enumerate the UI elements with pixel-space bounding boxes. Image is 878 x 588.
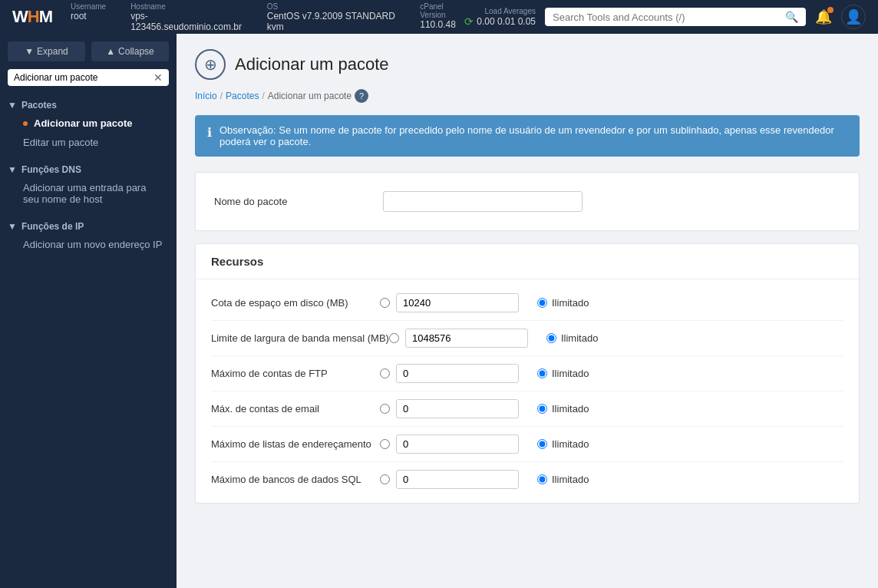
package-name-card: Nome do pacote (195, 172, 860, 231)
resource-sql-radio-value (380, 474, 390, 484)
resource-disk-radio-unlimited[interactable] (537, 298, 547, 308)
username-label: Username (71, 2, 106, 11)
resource-ftp-unlimited-label[interactable]: Ilimitado (552, 368, 589, 379)
sidebar-item-adicionar-pacote[interactable]: Adicionar um pacote (8, 114, 169, 133)
resource-row-sql: Máximo de bancos de dados SQL Ilimitado (211, 462, 843, 497)
whm-logo: WHM (12, 7, 52, 27)
breadcrumb-section[interactable]: Pacotes (226, 91, 259, 101)
resource-disk-unlimited-group: Ilimitado (537, 297, 589, 309)
resource-email-label: Máx. de contas de email (211, 403, 380, 415)
resource-bandwidth-radio-unlimited[interactable] (546, 333, 556, 343)
resource-ftp-controls: Ilimitado (380, 364, 843, 383)
resource-sql-controls: Ilimitado (380, 470, 843, 489)
chevron-down-icon-dns: ▼ (8, 164, 17, 175)
sidebar-item-add-ip[interactable]: Adicionar um novo endereço IP (8, 235, 169, 254)
package-name-row: Nome do pacote (214, 191, 840, 212)
resource-ftp-radio-unlimited[interactable] (537, 368, 547, 378)
sidebar-item-editar-pacote[interactable]: Editar um pacote (8, 133, 169, 152)
resource-sql-radio-unlimited[interactable] (537, 474, 547, 484)
breadcrumb: Início / Pacotes / Adicionar um pacote ? (195, 89, 860, 103)
resource-sql-input[interactable] (396, 470, 519, 489)
top-bar: WHM Username root Hostname vps-123456.se… (0, 0, 878, 34)
package-name-label: Nome do pacote (214, 196, 383, 207)
load-averages: Load Averages ⟳ 0.00 0.01 0.05 (464, 7, 536, 28)
resource-ftp-radio-value-input[interactable] (380, 368, 390, 378)
info-banner-text: Observação: Se um nome de pacote for pre… (220, 124, 847, 147)
resource-bandwidth-label: Limite de largura de banda mensal (MB) (211, 332, 389, 344)
package-name-input[interactable] (383, 191, 583, 212)
sidebar-search-clear-button[interactable]: ✕ (153, 72, 163, 83)
resource-email-unlimited-group: Ilimitado (537, 403, 589, 415)
resource-row-bandwidth: Limite de largura de banda mensal (MB) I… (211, 321, 843, 356)
hostname-info: Hostname vps-123456.seudominio.com.br (130, 2, 243, 32)
resource-bandwidth-radio-value-input[interactable] (389, 333, 399, 343)
cpanel-label: cPanel Version (420, 2, 464, 19)
search-bar[interactable]: 🔍 (545, 8, 806, 26)
sidebar-section-dns: ▼ Funções DNS Adicionar uma entrada para… (0, 157, 177, 213)
resource-row-ftp: Máximo de contas de FTP Ilimitado (211, 356, 843, 391)
sidebar-item-dns-host[interactable]: Adicionar uma entrada para seu nome de h… (8, 178, 169, 209)
resource-sql-radio-value-input[interactable] (380, 474, 390, 484)
search-input[interactable] (553, 12, 781, 23)
breadcrumb-sep-1: / (220, 91, 223, 101)
resource-mailing-radio-unlimited[interactable] (537, 439, 547, 449)
topbar-right: Load Averages ⟳ 0.00 0.01 0.05 🔍 🔔 👤 (464, 5, 866, 29)
resource-disk-input[interactable] (396, 293, 519, 312)
resource-mailing-label: Máximo de listas de endereçamento (211, 438, 380, 450)
resources-card: Recursos Cota de espaço em disco (MB) Il… (195, 243, 860, 504)
resource-mailing-unlimited-label[interactable]: Ilimitado (552, 438, 589, 450)
resources-body: Cota de espaço em disco (MB) Ilimitado (196, 279, 859, 503)
resource-disk-radio-value-input[interactable] (380, 298, 390, 308)
user-menu-button[interactable]: 👤 (841, 5, 866, 29)
sidebar-item-adicionar-pacote-label: Adicionar um pacote (34, 117, 133, 129)
resource-email-input[interactable] (396, 399, 519, 418)
sidebar-search[interactable]: ✕ (8, 69, 169, 86)
resource-disk-label: Cota de espaço em disco (MB) (211, 297, 380, 309)
resource-email-radio-value (380, 404, 390, 414)
os-label: OS (267, 2, 395, 11)
collapse-button[interactable]: ▲ Collapse (91, 41, 169, 61)
sidebar-item-add-ip-label: Adicionar um novo endereço IP (23, 239, 162, 250)
resource-bandwidth-unlimited-group: Ilimitado (546, 332, 598, 344)
sidebar-item-editar-pacote-label: Editar um pacote (23, 137, 98, 148)
sidebar-search-input[interactable] (14, 72, 149, 83)
resource-mailing-unlimited-group: Ilimitado (537, 438, 589, 450)
page-header: ⊕ Adicionar um pacote (195, 49, 860, 80)
server-info: Username root Hostname vps-123456.seudom… (71, 2, 464, 32)
sidebar-item-dns-host-label: Adicionar uma entrada para seu nome de h… (23, 182, 163, 205)
resource-mailing-radio-value-input[interactable] (380, 439, 390, 449)
username-info: Username root (71, 2, 106, 32)
resource-bandwidth-radio-value (389, 333, 399, 343)
resource-bandwidth-unlimited-label[interactable]: Ilimitado (561, 332, 598, 344)
resource-sql-unlimited-label[interactable]: Ilimitado (552, 474, 589, 485)
help-icon[interactable]: ? (355, 89, 368, 103)
resource-disk-unlimited-label[interactable]: Ilimitado (552, 297, 589, 309)
breadcrumb-sep-2: / (262, 91, 264, 101)
info-circle-icon: ℹ (207, 125, 212, 140)
resource-email-unlimited-label[interactable]: Ilimitado (552, 403, 589, 415)
notifications-button[interactable]: 🔔 (815, 8, 832, 25)
resource-mailing-input[interactable] (396, 434, 519, 454)
expand-button[interactable]: ▼ Expand (8, 41, 85, 61)
search-button[interactable]: 🔍 (785, 11, 798, 23)
chevron-down-icon-ip: ▼ (8, 221, 17, 232)
sidebar-section-ip-label: Funções de IP (21, 221, 84, 232)
sidebar-section-dns-header[interactable]: ▼ Funções DNS (8, 161, 169, 178)
load-values: ⟳ 0.00 0.01 0.05 (464, 15, 536, 28)
resource-email-radio-unlimited[interactable] (537, 404, 547, 414)
sidebar-section-dns-label: Funções DNS (21, 164, 81, 175)
sidebar-section-pacotes-header[interactable]: ▼ Pacotes (8, 97, 169, 114)
resource-disk-controls: Ilimitado (380, 293, 843, 312)
cpanel-info: cPanel Version 110.0.48 (420, 2, 464, 32)
resource-bandwidth-input[interactable] (405, 329, 528, 348)
resource-email-radio-value-input[interactable] (380, 404, 390, 414)
chevron-down-icon: ▼ (8, 100, 17, 111)
resource-disk-radio-value (380, 298, 390, 308)
sidebar-section-ip-header[interactable]: ▼ Funções de IP (8, 218, 169, 235)
load-label: Load Averages (484, 7, 536, 15)
username-value: root (71, 11, 106, 21)
resource-sql-label: Máximo de bancos de dados SQL (211, 474, 380, 485)
resource-ftp-input[interactable] (396, 364, 519, 383)
page-icon: ⊕ (195, 49, 226, 80)
breadcrumb-home[interactable]: Início (195, 91, 217, 101)
